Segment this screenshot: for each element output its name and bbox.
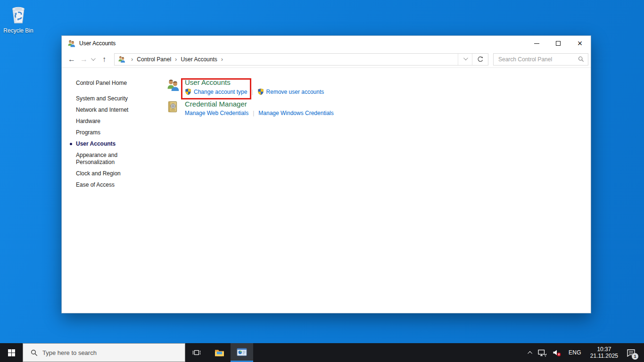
action-center-button[interactable]: 1 [623,343,641,362]
network-icon [538,349,547,357]
sidebar-item-appearance-and-personalization[interactable]: Appearance and Personalization [76,152,142,166]
window-titlebar[interactable]: User Accounts × [62,36,591,51]
network-status-button[interactable] [535,343,550,362]
sidebar-item-network-and-internet[interactable]: Network and Internet [76,107,147,114]
windows-logo-icon [8,349,15,356]
window-users-icon [67,40,75,48]
sidebar-item-system-and-security[interactable]: System and Security [76,95,147,102]
sidebar-item-hardware[interactable]: Hardware [76,118,147,125]
refresh-button[interactable] [472,54,488,65]
section-title-user-accounts[interactable]: User Accounts [185,78,324,87]
sidebar-item-programs[interactable]: Programs [76,129,147,136]
tray-time: 10:37 [597,346,611,353]
system-tray: ENG 10:37 21.11.2025 1 [526,343,644,362]
section-credential-manager: Credential Manager Manage Web Credential… [163,99,591,116]
navigation-bar: ← → ↑ › Control Panel › User Accounts › [62,51,591,68]
maximize-icon [556,41,561,46]
sidebar-item-user-accounts[interactable]: User Accounts [76,140,147,148]
sidebar: Control Panel Home System and Security N… [62,68,163,313]
minimize-button[interactable] [526,36,547,51]
address-bar[interactable]: › Control Panel › User Accounts › [114,53,488,66]
section-user-accounts: User Accounts Change account type | [163,78,591,95]
breadcrumb-control-panel[interactable]: Control Panel [137,56,171,63]
sidebar-item-ease-of-access[interactable]: Ease of Access [76,181,147,189]
breadcrumb-separator-icon[interactable]: › [127,56,137,63]
taskbar: ENG 10:37 21.11.2025 1 [0,343,644,362]
volume-muted-icon [553,349,561,357]
task-view-button[interactable] [185,343,208,362]
main-content: User Accounts Change account type | [163,68,591,313]
chevron-up-icon [528,351,532,355]
back-button[interactable]: ← [66,55,78,64]
breadcrumb-user-accounts[interactable]: User Accounts [181,56,217,63]
recycle-bin-shortcut[interactable]: Recycle Bin [2,3,35,34]
taskbar-search-input[interactable] [42,349,185,356]
user-accounts-icon[interactable] [163,78,185,95]
recycle-bin-icon [8,18,29,26]
control-panel-search [493,53,588,66]
task-view-icon [192,348,201,357]
credential-manager-icon[interactable] [163,99,185,116]
taskbar-search [23,343,185,362]
user-accounts-window: User Accounts × ← → ↑ › Control Panel › … [61,35,591,313]
link-manage-windows-credentials[interactable]: Manage Windows Credentials [258,110,333,116]
recycle-bin-label: Recycle Bin [2,27,35,34]
recent-pages-chevron-icon[interactable] [91,56,96,61]
minimize-icon [534,43,539,44]
show-hidden-icons-button[interactable] [526,343,535,362]
breadcrumb-users-icon [118,56,125,63]
search-icon [31,349,38,356]
sidebar-control-panel-home[interactable]: Control Panel Home [76,80,163,86]
file-explorer-icon [215,348,224,357]
link-change-account-type[interactable]: Change account type [185,88,247,95]
link-separator: | [248,110,258,116]
search-input[interactable] [494,56,578,63]
tray-date: 21.11.2025 [590,353,618,359]
address-dropdown-button[interactable] [458,54,472,65]
up-button[interactable]: ↑ [98,55,110,64]
section-title-credential-manager[interactable]: Credential Manager [185,99,334,108]
clock[interactable]: 10:37 21.11.2025 [586,343,623,362]
close-button[interactable]: × [569,36,591,51]
language-indicator[interactable]: ENG [564,343,586,362]
sidebar-item-clock-and-region[interactable]: Clock and Region [76,170,147,177]
volume-button[interactable] [550,343,564,362]
close-icon: × [578,40,583,47]
refresh-icon [477,56,484,63]
forward-button[interactable]: → [78,55,90,64]
active-bullet-icon [70,143,72,145]
link-separator: | [247,89,257,95]
window-title: User Accounts [79,40,116,47]
user-accounts-app-button[interactable] [231,343,253,362]
uac-shield-icon [185,88,191,95]
maximize-button[interactable] [547,36,569,51]
breadcrumb-separator-icon[interactable]: › [171,56,181,63]
start-button[interactable] [0,343,23,362]
link-remove-user-accounts[interactable]: Remove user accounts [257,88,324,95]
breadcrumb-separator-icon[interactable]: › [217,56,227,63]
search-icon[interactable] [578,56,584,62]
user-accounts-app-icon [237,348,247,356]
file-explorer-button[interactable] [208,343,231,362]
desktop: Recycle Bin User Accounts × ← → ↑ [0,0,644,362]
uac-shield-icon [257,88,264,95]
link-manage-web-credentials[interactable]: Manage Web Credentials [185,110,248,116]
notification-badge: 1 [632,353,638,360]
